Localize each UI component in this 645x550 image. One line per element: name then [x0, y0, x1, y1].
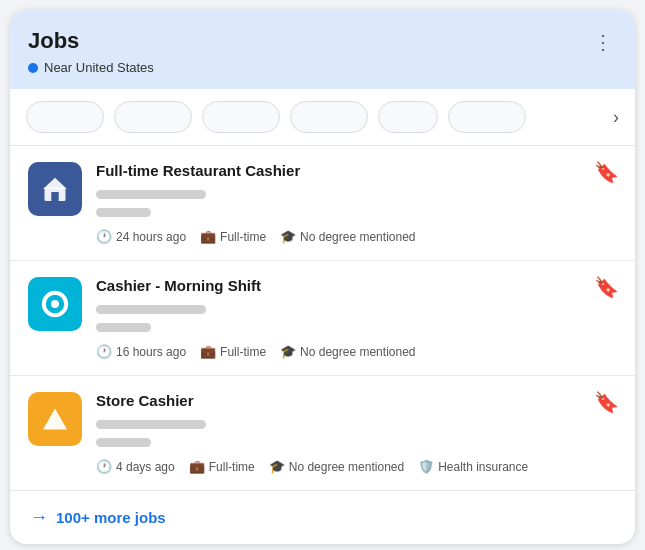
- job-meta-1: 🕐 24 hours ago 💼 Full-time 🎓 No degree m…: [96, 229, 617, 244]
- clock-icon-3: 🕐: [96, 459, 112, 474]
- time-ago-2: 🕐 16 hours ago: [96, 344, 186, 359]
- bookmark-button-2[interactable]: 🔖: [594, 275, 619, 299]
- job-type-2: 💼 Full-time: [200, 344, 266, 359]
- briefcase-icon-1: 💼: [200, 229, 216, 244]
- filter-bar: ›: [10, 89, 635, 146]
- job-logo-3: [28, 392, 82, 446]
- job-type-3: 💼 Full-time: [189, 459, 255, 474]
- job-list: Full-time Restaurant Cashier 🕐 24 hours …: [10, 146, 635, 491]
- header-left: Jobs Near United States: [28, 28, 154, 75]
- health-insurance-3: 🛡️ Health insurance: [418, 459, 528, 474]
- job-title-1: Full-time Restaurant Cashier: [96, 162, 617, 179]
- more-jobs-row[interactable]: → 100+ more jobs: [10, 491, 635, 544]
- briefcase-icon-2: 💼: [200, 344, 216, 359]
- job-content-1: Full-time Restaurant Cashier 🕐 24 hours …: [96, 162, 617, 244]
- company-detail-placeholder-1: [96, 208, 151, 217]
- filter-chip-4[interactable]: [290, 101, 368, 133]
- company-name-placeholder-3: [96, 420, 206, 429]
- degree-icon-3: 🎓: [269, 459, 285, 474]
- more-jobs-button[interactable]: 100+ more jobs: [56, 509, 166, 526]
- degree-icon-1: 🎓: [280, 229, 296, 244]
- clock-icon-1: 🕐: [96, 229, 112, 244]
- degree-1: 🎓 No degree mentioned: [280, 229, 415, 244]
- company-name-placeholder-1: [96, 190, 206, 199]
- header: Jobs Near United States ⋮: [10, 10, 635, 89]
- filter-chip-1[interactable]: [26, 101, 104, 133]
- job-title-2: Cashier - Morning Shift: [96, 277, 617, 294]
- filter-chip-3[interactable]: [202, 101, 280, 133]
- job-logo-1: [28, 162, 82, 216]
- job-logo-2: [28, 277, 82, 331]
- company-detail-placeholder-2: [96, 323, 151, 332]
- filter-chip-6[interactable]: [448, 101, 526, 133]
- jobs-card: Jobs Near United States ⋮ ›: [10, 10, 635, 544]
- degree-2: 🎓 No degree mentioned: [280, 344, 415, 359]
- filter-chip-2[interactable]: [114, 101, 192, 133]
- location-text: Near United States: [44, 60, 154, 75]
- bookmark-button-3[interactable]: 🔖: [594, 390, 619, 414]
- job-content-3: Store Cashier 🕐 4 days ago 💼 Full-time 🎓…: [96, 392, 617, 474]
- job-item-2[interactable]: Cashier - Morning Shift 🕐 16 hours ago 💼…: [10, 261, 635, 376]
- filter-chip-5[interactable]: [378, 101, 438, 133]
- briefcase-icon-3: 💼: [189, 459, 205, 474]
- bookmark-button-1[interactable]: 🔖: [594, 160, 619, 184]
- job-content-2: Cashier - Morning Shift 🕐 16 hours ago 💼…: [96, 277, 617, 359]
- shield-icon-3: 🛡️: [418, 459, 434, 474]
- company-name-placeholder-2: [96, 305, 206, 314]
- job-type-1: 💼 Full-time: [200, 229, 266, 244]
- job-title-3: Store Cashier: [96, 392, 617, 409]
- job-meta-2: 🕐 16 hours ago 💼 Full-time 🎓 No degree m…: [96, 344, 617, 359]
- clock-icon-2: 🕐: [96, 344, 112, 359]
- time-ago-3: 🕐 4 days ago: [96, 459, 175, 474]
- filter-scroll-right-icon[interactable]: ›: [613, 107, 619, 128]
- company-detail-placeholder-3: [96, 438, 151, 447]
- more-jobs-arrow-icon: →: [30, 507, 48, 528]
- page-title: Jobs: [28, 28, 154, 54]
- svg-marker-1: [43, 178, 67, 189]
- svg-point-4: [51, 300, 59, 308]
- degree-icon-2: 🎓: [280, 344, 296, 359]
- header-location: Near United States: [28, 60, 154, 75]
- job-meta-3: 🕐 4 days ago 💼 Full-time 🎓 No degree men…: [96, 459, 617, 474]
- job-item-3[interactable]: Store Cashier 🕐 4 days ago 💼 Full-time 🎓…: [10, 376, 635, 491]
- time-ago-1: 🕐 24 hours ago: [96, 229, 186, 244]
- location-dot-icon: [28, 63, 38, 73]
- job-item-1[interactable]: Full-time Restaurant Cashier 🕐 24 hours …: [10, 146, 635, 261]
- svg-marker-5: [43, 409, 67, 430]
- more-options-button[interactable]: ⋮: [589, 28, 617, 56]
- svg-rect-2: [51, 192, 59, 201]
- degree-3: 🎓 No degree mentioned: [269, 459, 404, 474]
